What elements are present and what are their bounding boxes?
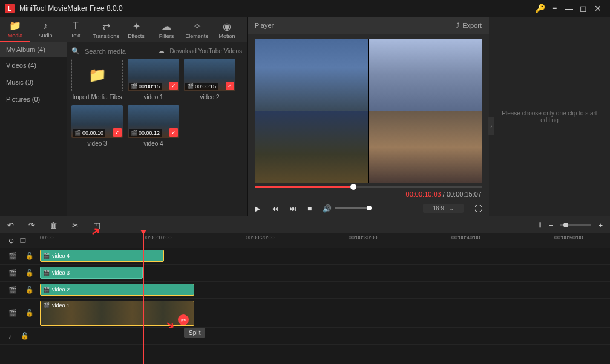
media-thumb-video2[interactable]: 🎬 00:00:15✓ video 2 xyxy=(184,59,235,100)
timeline-toolbar: ↶ ↷ 🗑 ✂ ◰ ➜ ⫴ − + xyxy=(0,216,610,233)
tab-media[interactable]: 📁Media xyxy=(0,17,30,42)
volume-icon[interactable]: 🔊 xyxy=(323,204,332,213)
next-button[interactable]: ⏭ xyxy=(289,204,297,213)
preview-quad-2 xyxy=(369,39,482,111)
delete-button[interactable]: 🗑 xyxy=(50,221,57,230)
key-icon[interactable]: 🔑 xyxy=(533,1,547,16)
lock-icon[interactable]: 🔓 xyxy=(25,286,34,294)
clip-video1[interactable]: 🎬video 1 xyxy=(40,301,194,326)
time-display: 00:00:10:03 / 00:00:15:07 xyxy=(255,190,482,198)
split-tooltip: Split xyxy=(184,328,205,338)
player-panel: Player ⤴Export 00:00:10:03 / 00:00:15:07… xyxy=(247,17,489,216)
tab-motion[interactable]: ◉Motion xyxy=(212,17,242,42)
transition-icon: ⇄ xyxy=(102,21,110,32)
search-icon: 🔍 xyxy=(71,47,80,55)
video-track-icon[interactable]: 🎬 xyxy=(8,252,17,260)
check-icon: ✓ xyxy=(169,82,178,90)
download-youtube-link[interactable]: Download YouTube Videos xyxy=(169,48,242,54)
tab-audio[interactable]: ♪Audio xyxy=(30,17,61,42)
motion-icon: ◉ xyxy=(223,21,231,32)
properties-hint: Please choose only one clip to start edi… xyxy=(495,110,604,123)
clip-video2[interactable]: 🎬video 2 xyxy=(40,284,194,296)
fullscreen-button[interactable]: ⛶ xyxy=(474,204,482,213)
filters-icon: ☁ xyxy=(162,21,171,32)
player-title: Player xyxy=(255,22,456,29)
track-copy-button[interactable]: ❐ xyxy=(20,237,26,245)
preview-quad-3 xyxy=(255,111,368,183)
album-sidebar: My Album (4) Videos (4) Music (0) Pictur… xyxy=(0,42,67,216)
clip-icon: 🎬 xyxy=(43,253,50,259)
track-row-audio: ♪🔓 xyxy=(0,328,610,345)
search-input[interactable]: Search media xyxy=(85,48,153,55)
crop-button[interactable]: ◰ xyxy=(93,221,100,230)
folder-icon: 📁 xyxy=(88,67,107,83)
redo-button[interactable]: ↷ xyxy=(28,221,35,230)
undo-button[interactable]: ↶ xyxy=(7,221,14,230)
media-thumb-video4[interactable]: 🎬 00:00:12✓ video 4 xyxy=(128,105,179,147)
collapse-panel-button[interactable]: › xyxy=(488,117,494,135)
clip-icon: 🎬 xyxy=(43,270,50,276)
tab-filters[interactable]: ☁Filters xyxy=(151,17,182,42)
clip-icon: 🎬 xyxy=(43,302,50,308)
video-track-icon[interactable]: 🎬 xyxy=(8,269,17,277)
album-pictures[interactable]: Pictures (0) xyxy=(0,91,67,108)
tab-effects[interactable]: ✦Effects xyxy=(121,17,151,42)
clip-icon: 🎬 xyxy=(43,287,50,293)
lock-icon[interactable]: 🔓 xyxy=(25,269,34,277)
check-icon: ✓ xyxy=(169,128,178,137)
import-media-button[interactable]: 📁 Import Media Files xyxy=(71,59,123,100)
preview-area xyxy=(255,39,482,183)
progress-knob[interactable] xyxy=(350,184,356,190)
timeline-ruler[interactable]: 00:00 00:00:10:00 00:00:20:00 00:00:30:0… xyxy=(40,233,610,248)
track-row: 🎬🔓 🎬video 1 ➜ ✂ Split xyxy=(0,299,610,328)
minimize-button[interactable]: — xyxy=(562,1,576,16)
album-videos[interactable]: Videos (4) xyxy=(0,57,67,74)
clip-video3[interactable]: 🎬video 3 xyxy=(40,267,143,279)
progress-bar[interactable] xyxy=(255,186,482,188)
audio-track-icon[interactable]: ♪ xyxy=(8,333,12,340)
lock-icon[interactable]: 🔓 xyxy=(21,332,29,340)
zoom-out-button[interactable]: − xyxy=(549,221,554,230)
text-icon: T xyxy=(73,21,79,31)
tab-text[interactable]: TText xyxy=(61,17,91,42)
audio-toggle-icon[interactable]: ⫴ xyxy=(538,220,542,230)
playhead[interactable] xyxy=(143,233,144,364)
titlebar: L MiniTool MovieMaker Free 8.0.0 🔑 ≡ — ◻… xyxy=(0,0,610,17)
play-button[interactable]: ▶ xyxy=(255,204,260,213)
split-indicator: ✂ Split xyxy=(178,314,189,325)
menu-icon[interactable]: ≡ xyxy=(547,1,562,16)
maximize-button[interactable]: ◻ xyxy=(576,1,591,16)
album-header: My Album (4) xyxy=(0,42,67,57)
lock-icon[interactable]: 🔓 xyxy=(25,309,34,317)
volume-slider[interactable] xyxy=(335,207,372,209)
music-icon: ♪ xyxy=(43,21,48,31)
track-row: 🎬🔓 🎬video 3 xyxy=(0,265,610,282)
close-button[interactable]: ✕ xyxy=(591,1,605,16)
export-button[interactable]: ⤴Export xyxy=(456,22,482,29)
media-thumb-video3[interactable]: 🎬 00:00:10✓ video 3 xyxy=(71,105,123,147)
prev-button[interactable]: ⏮ xyxy=(271,204,278,213)
media-thumb-video1[interactable]: 🎬 00:00:15✓ video 1 xyxy=(128,59,179,100)
lock-icon[interactable]: 🔓 xyxy=(25,252,34,260)
zoom-in-button[interactable]: + xyxy=(598,221,603,230)
video-track-icon[interactable]: 🎬 xyxy=(8,309,17,317)
track-add-button[interactable]: ⊕ xyxy=(8,237,14,245)
duration-badge: 🎬 00:00:15 xyxy=(129,83,162,90)
video-track-icon[interactable]: 🎬 xyxy=(8,286,17,294)
preview-quad-1 xyxy=(255,39,368,111)
clip-video4[interactable]: 🎬video 4 xyxy=(40,250,164,262)
split-button[interactable]: ✂ xyxy=(72,221,79,230)
tab-transitions[interactable]: ⇄Transitions xyxy=(91,17,121,42)
properties-panel: › Please choose only one clip to start e… xyxy=(489,17,610,216)
duration-badge: 🎬 00:00:15 xyxy=(185,83,218,90)
duration-badge: 🎬 00:00:10 xyxy=(73,129,105,137)
tab-elements[interactable]: ✧Elements xyxy=(182,17,212,42)
elements-icon: ✧ xyxy=(193,21,201,32)
aspect-ratio-select[interactable]: 16:9⌄ xyxy=(423,204,464,213)
preview-quad-4 xyxy=(369,111,482,183)
album-music[interactable]: Music (0) xyxy=(0,74,67,91)
timeline-tracks: 🎬🔓 🎬video 4 🎬🔓 🎬video 3 🎬🔓 🎬video 2 🎬🔓 🎬… xyxy=(0,248,610,364)
check-icon: ✓ xyxy=(113,128,122,137)
stop-button[interactable]: ■ xyxy=(307,204,312,213)
zoom-slider[interactable] xyxy=(560,224,591,226)
